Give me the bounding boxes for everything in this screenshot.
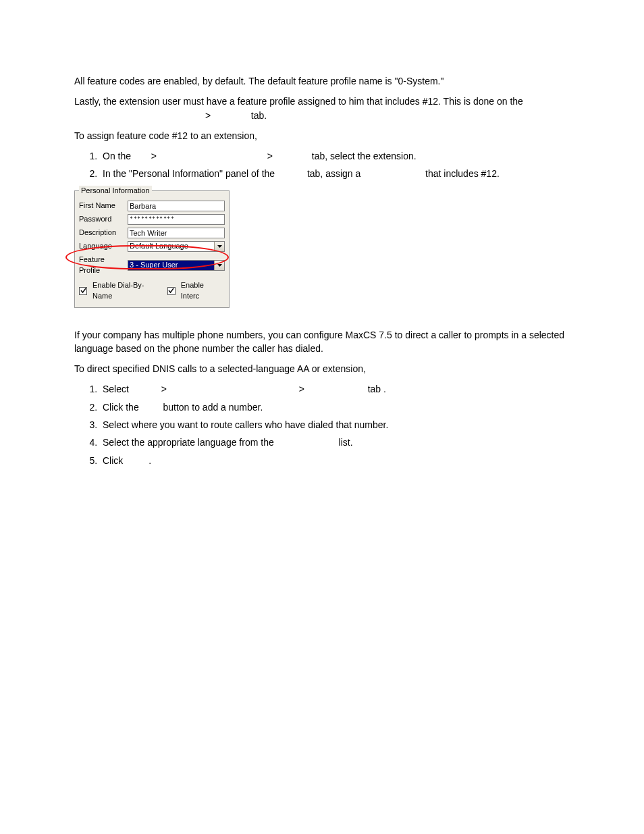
- text: On the: [103, 151, 134, 161]
- list-item: Click the button to add a number.: [100, 400, 580, 414]
- text: >: [205, 110, 213, 121]
- text: tab .: [368, 384, 386, 394]
- paragraph-intro: All feature codes are enabled, by defaul…: [74, 74, 580, 88]
- combo-feature-profile[interactable]: 3 - Super User: [128, 260, 225, 271]
- label-password: Password: [79, 214, 128, 225]
- text: tab.: [251, 110, 267, 121]
- paragraph-dnis-steps-intro: To direct specified DNIS calls to a sele…: [74, 362, 580, 375]
- text: list.: [339, 437, 353, 448]
- text: Click: [103, 455, 126, 466]
- list-item: In the "Personal Information" panel of t…: [100, 167, 580, 180]
- page: All feature codes are enabled, by defaul…: [0, 0, 644, 834]
- checkbox-dial-by-name[interactable]: [79, 287, 87, 295]
- text: >: [151, 151, 159, 161]
- row-language: Language Default Language: [79, 241, 225, 252]
- combo-language[interactable]: Default Language: [128, 241, 225, 252]
- combo-feature-profile-text: 3 - Super User: [128, 261, 214, 270]
- row-feature-profile: Feature Profile 3 - Super User: [79, 255, 225, 276]
- list-item: On the > > tab, select the extension.: [100, 149, 580, 163]
- row-password: Password ∗∗∗∗∗∗∗∗∗∗∗∗: [79, 214, 225, 225]
- list-dnis-steps: Select > > tab . Click the button to add…: [74, 382, 580, 467]
- personal-info-fieldset: Personal Information First Name Barbara …: [74, 190, 230, 308]
- chevron-down-icon[interactable]: [214, 261, 224, 270]
- list-assign-steps: On the > > tab, select the extension. In…: [74, 149, 580, 181]
- text: button to add a number.: [163, 402, 263, 413]
- label-feature-profile: Feature Profile: [79, 255, 128, 276]
- chevron-down-icon[interactable]: [214, 242, 224, 251]
- paragraph-profile-path: Lastly, the extension user must have a f…: [74, 95, 580, 122]
- label-description: Description: [79, 228, 128, 238]
- text: Lastly, the extension user must have a f…: [74, 96, 523, 107]
- text: tab, assign a: [307, 168, 363, 179]
- paragraph-assign-intro: To assign feature code #12 to an extensi…: [74, 129, 580, 142]
- label-first-name: First Name: [79, 201, 128, 211]
- list-item: Click .: [100, 454, 580, 467]
- input-first-name[interactable]: Barbara: [128, 201, 225, 211]
- text: that includes #12.: [425, 168, 500, 179]
- checkbox-intercom[interactable]: [167, 287, 176, 295]
- text: Click the: [103, 402, 142, 413]
- list-item: Select the appropriate language from the…: [100, 436, 580, 449]
- text: In the "Personal Information" panel of t…: [103, 168, 277, 179]
- row-checkboxes: Enable Dial-By-Name Enable Interc: [79, 280, 225, 302]
- row-first-name: First Name Barbara: [79, 201, 225, 211]
- text: >: [161, 384, 169, 394]
- text: tab, select the extension.: [312, 151, 417, 161]
- fieldset-legend: Personal Information: [79, 186, 152, 197]
- list-item: Select where you want to route callers w…: [100, 418, 580, 432]
- text: .: [149, 455, 151, 466]
- text: >: [299, 384, 307, 394]
- text: Select: [103, 384, 132, 394]
- label-language: Language: [79, 241, 128, 252]
- label-intercom: Enable Interc: [181, 280, 221, 302]
- personal-info-panel-wrap: Personal Information First Name Barbara …: [74, 190, 580, 308]
- list-item: Select > > tab .: [100, 382, 580, 396]
- text: Select the appropriate language from the: [103, 437, 277, 448]
- text: >: [267, 151, 275, 161]
- label-dial-by-name: Enable Dial-By-Name: [92, 280, 158, 302]
- combo-language-text: Default Language: [128, 242, 214, 251]
- input-password[interactable]: ∗∗∗∗∗∗∗∗∗∗∗∗: [128, 214, 225, 225]
- row-description: Description Tech Writer: [79, 228, 225, 238]
- paragraph-dnis-intro: If your company has multiple phone numbe…: [74, 328, 580, 356]
- input-description[interactable]: Tech Writer: [128, 228, 225, 238]
